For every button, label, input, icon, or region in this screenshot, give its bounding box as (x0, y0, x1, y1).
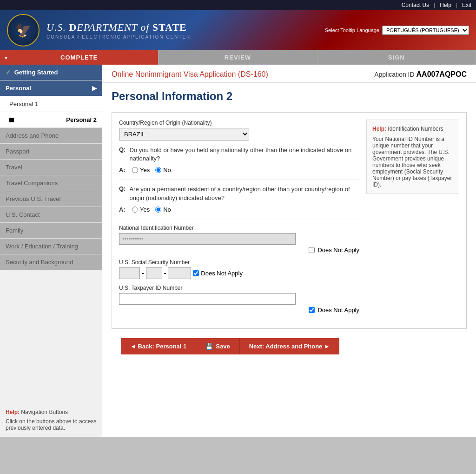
help-text: Click on the buttons above to access pre… (6, 418, 97, 431)
country-select[interactable]: BRAZIL (119, 128, 249, 140)
q1-radio-group: Yes No (132, 167, 171, 174)
save-button[interactable]: 💾 Save (196, 338, 239, 354)
q2-no-label: No (163, 206, 171, 213)
q1-yes-option[interactable]: Yes (132, 167, 150, 174)
a2-row: A: Yes No (119, 206, 359, 213)
ssn-label: U.S. Social Security Number (119, 259, 359, 266)
country-label: Country/Region of Origin (Nationality) (119, 120, 359, 126)
sidebar-item-us-contact[interactable]: U.S. Contact (0, 207, 102, 223)
q1-label: Q: (119, 146, 126, 163)
qa-block-1: Q: Do you hold or have you held any nati… (119, 146, 359, 180)
sidebar-item-security-background[interactable]: Security and Background (0, 254, 102, 270)
q2-no-option[interactable]: No (155, 206, 171, 213)
main-form-box: Country/Region of Origin (Nationality) B… (112, 112, 467, 329)
content-area: Online Nonimmigrant Visa Application (DS… (102, 65, 476, 437)
q2-no-radio[interactable] (155, 207, 161, 213)
tab-sign[interactable]: SIGN (317, 50, 476, 65)
qa-block-2: Q: Are you a permanent resident of a cou… (119, 185, 359, 219)
checkmark-icon: ✓ (6, 69, 11, 76)
save-label: Save (216, 343, 230, 350)
language-select[interactable]: PORTUGUÊS (PORTUGUESE) (382, 26, 469, 35)
contact-us-link[interactable]: Contact Us (402, 2, 429, 8)
taxpayer-label: U.S. Taxpayer ID Number (119, 285, 359, 291)
sidebar-item-getting-started[interactable]: ✓ Getting Started (0, 65, 102, 80)
national-id-field-row: National Identification Number Does Not … (119, 225, 359, 254)
sidebar-item-travel-companions[interactable]: Travel Companions (0, 175, 102, 191)
sidebar-nav: ✓ Getting Started Personal ▶ Personal 1 … (0, 65, 102, 403)
sidebar-item-personal-1[interactable]: Personal 1 (0, 96, 102, 112)
help-subtitle: Navigation Buttons (21, 409, 68, 415)
q2-text: Are you a permanent resident of a countr… (129, 185, 359, 202)
help-box-subtitle: Identification Numbers (388, 126, 443, 132)
sidebar-item-personal[interactable]: Personal ▶ (0, 80, 102, 96)
sidebar: ✓ Getting Started Personal ▶ Personal 1 … (0, 65, 102, 437)
dept-name: U.S. DEPARTMENT of STATE (46, 21, 318, 33)
sidebar-item-travel[interactable]: Travel (0, 160, 102, 175)
exit-link[interactable]: Exit (462, 2, 471, 8)
national-id-label: National Identification Number (119, 225, 359, 231)
q2-yes-radio[interactable] (132, 207, 138, 213)
ssn-part3-input[interactable] (168, 267, 191, 279)
q2-label: Q: (119, 185, 126, 202)
taxpayer-input[interactable] (119, 293, 296, 305)
tooltip-lang-label: Select Tooltip Language (325, 27, 379, 33)
q1-no-radio[interactable] (155, 167, 161, 173)
sidebar-help: Help: Navigation Buttons Click on the bu… (0, 403, 102, 437)
ssn-part2-input[interactable] (146, 267, 162, 279)
ssn-inputs-row: - - Does Not Apply (119, 267, 359, 279)
sidebar-item-previous-us-travel[interactable]: Previous U.S. Travel (0, 191, 102, 207)
arrow-icon: ▶ (92, 85, 97, 92)
help-title: Help: (6, 409, 20, 415)
bottom-nav: ◄ Back: Personal 1 💾 Save Next: Address … (121, 338, 467, 354)
q1-no-option[interactable]: No (155, 167, 171, 174)
app-id-value: AA007AQPOC (416, 70, 467, 78)
national-id-dna-label: Does Not Apply (317, 247, 359, 254)
app-title: Online Nonimmigrant Visa Application (DS… (112, 70, 268, 79)
site-header: 🦅 U.S. DEPARTMENT of STATE CONSULAR ELEC… (0, 10, 476, 50)
ssn-part1-input[interactable] (119, 267, 140, 279)
tab-complete[interactable]: COMPLETE (0, 50, 159, 65)
ssn-dna-label: Does Not Apply (201, 270, 243, 277)
app-header: Online Nonimmigrant Visa Application (DS… (102, 65, 476, 83)
q1-yes-label: Yes (140, 167, 150, 174)
help-box-title: Help: (372, 126, 386, 132)
q2-radio-group: Yes No (132, 206, 171, 213)
ssn-dna-checkbox[interactable] (193, 270, 199, 276)
back-button[interactable]: ◄ Back: Personal 1 (121, 338, 196, 354)
sidebar-item-family[interactable]: Family (0, 223, 102, 239)
q1-text: Do you hold or have you held any nationa… (129, 146, 359, 163)
top-bar: Contact Us | Help | Exit (0, 0, 476, 10)
a1-label: A: (119, 167, 128, 174)
a2-label: A: (119, 206, 128, 213)
dept-subtitle: CONSULAR ELECTRONIC APPLICATION CENTER (46, 34, 318, 40)
taxpayer-dna-row: Does Not Apply (119, 307, 359, 314)
taxpayer-field-row: U.S. Taxpayer ID Number Does Not Apply (119, 285, 359, 314)
form-help-col: Help: Identification Numbers Your Nation… (366, 120, 459, 319)
help-box: Help: Identification Numbers Your Nation… (366, 120, 459, 194)
page-title: Personal Information 2 (102, 83, 476, 107)
header-right: Select Tooltip Language PORTUGUÊS (PORTU… (325, 26, 469, 35)
q2-yes-label: Yes (140, 206, 150, 213)
q1-yes-radio[interactable] (132, 167, 138, 173)
q1-row: Q: Do you hold or have you held any nati… (119, 146, 359, 163)
tooltip-lang-selector[interactable]: Select Tooltip Language PORTUGUÊS (PORTU… (325, 26, 469, 35)
two-col-layout: Country/Region of Origin (Nationality) B… (119, 120, 459, 319)
country-field-row: Country/Region of Origin (Nationality) B… (119, 120, 359, 140)
taxpayer-dna-checkbox[interactable] (309, 307, 315, 313)
q2-yes-option[interactable]: Yes (132, 206, 150, 213)
ssn-field-row: U.S. Social Security Number - - Does Not… (119, 259, 359, 279)
app-id: Application ID AA007AQPOC (374, 70, 467, 79)
next-button[interactable]: Next: Address and Phone ► (239, 338, 339, 354)
sidebar-item-personal-2[interactable]: Personal 2 (0, 112, 102, 128)
sidebar-item-address-phone[interactable]: Address and Phone (0, 128, 102, 144)
ssn-sep-2: - (164, 269, 166, 277)
seal-logo: 🦅 (7, 14, 40, 47)
sidebar-item-work-education[interactable]: Work / Education / Training (0, 239, 102, 254)
sidebar-item-passport[interactable]: Passport (0, 144, 102, 160)
help-link[interactable]: Help (440, 2, 451, 8)
national-id-dna-checkbox[interactable] (309, 247, 315, 253)
tab-review[interactable]: REVIEW (159, 50, 317, 65)
national-id-input[interactable] (119, 233, 296, 245)
save-icon: 💾 (205, 343, 213, 350)
department-title: U.S. DEPARTMENT of STATE CONSULAR ELECTR… (46, 21, 318, 40)
